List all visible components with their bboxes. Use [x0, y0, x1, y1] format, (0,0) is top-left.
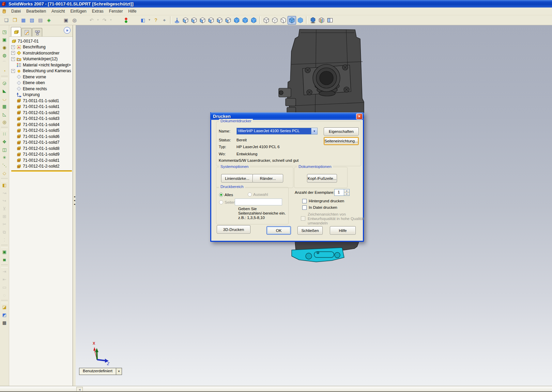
redo-menu-arrow-icon[interactable]: ▼	[109, 16, 113, 25]
expand-icon[interactable]: +	[11, 51, 15, 55]
realview-graphics-icon[interactable]	[317, 16, 326, 25]
edit-sheet-format-icon[interactable]: ▤	[36, 16, 45, 25]
tree-item-solid[interactable]: 71-0012-01-1-solid1	[9, 104, 73, 110]
appearance-icon[interactable]: ◧	[0, 181, 9, 189]
separator[interactable]	[1, 127, 8, 130]
mirror-icon[interactable]: ◫	[0, 146, 9, 154]
trimetric-view-icon[interactable]	[249, 16, 258, 25]
isometric-view-icon[interactable]	[232, 16, 241, 25]
tree-item-konstruktionsordner[interactable]: + Konstruktionsordner	[9, 50, 73, 56]
line-weight-button[interactable]: Linienstärke...	[221, 174, 253, 183]
undo-icon[interactable]: ↶	[87, 16, 96, 25]
tree-item-ebene-vorne[interactable]: Ebene vorne	[9, 74, 73, 80]
separator[interactable]	[1, 245, 8, 248]
print-to-file-checkbox[interactable]	[302, 205, 307, 210]
header-footer-button[interactable]: Kopf-/Fußzeile...	[307, 174, 337, 183]
mass-properties-icon[interactable]: ◪	[0, 303, 9, 311]
print-3d-button[interactable]: 3D-Drucken	[217, 225, 250, 234]
tree-item-solid[interactable]: 71-0012-01-1-solid3	[9, 116, 73, 122]
tab-propertymanager[interactable]	[21, 28, 32, 36]
spinner-down-icon[interactable]: ▼	[344, 193, 349, 196]
separator[interactable]	[1, 76, 8, 79]
save-icon[interactable]: ▦	[19, 16, 28, 25]
range-all-radio[interactable]	[219, 193, 223, 197]
options-grid-icon[interactable]: ▩	[0, 319, 9, 327]
expand-icon[interactable]: +	[11, 45, 15, 49]
view-selector-dropdown-icon[interactable]: ▼	[116, 368, 122, 375]
solid-body-display-icon[interactable]: ▣	[0, 248, 9, 256]
redo-icon[interactable]: ↷	[100, 16, 109, 25]
draft-icon[interactable]: ◺	[0, 110, 9, 118]
front-view-icon[interactable]	[181, 16, 190, 25]
menu-item[interactable]: Extras	[89, 8, 106, 15]
offset-entities-icon[interactable]: ⊞	[0, 213, 9, 220]
separator[interactable]	[79, 16, 87, 25]
shaded-display-icon[interactable]	[296, 16, 305, 25]
sketch-icon[interactable]: ↪	[0, 197, 9, 205]
close-icon[interactable]: ✕	[356, 113, 363, 120]
tree-item-volumenkoerper[interactable]: + Volumenkörper(12)	[9, 56, 73, 62]
spinner-up-icon[interactable]: ▲	[344, 189, 349, 193]
wireframe-display-icon[interactable]	[262, 16, 271, 25]
tab-configurationmanager[interactable]	[32, 28, 42, 36]
hidden-lines-visible-icon[interactable]	[271, 16, 279, 25]
top-view-icon[interactable]	[215, 16, 224, 25]
undo-menu-arrow-icon[interactable]: ▼	[96, 16, 100, 25]
rollback-bar[interactable]	[11, 170, 72, 172]
task-pane-arrow-icon[interactable]: ▼	[147, 16, 152, 25]
expand-icon[interactable]: +	[11, 57, 15, 61]
close-button[interactable]: Schließen	[297, 226, 323, 235]
save-as-icon[interactable]: ▧	[28, 16, 36, 25]
viewport-panes-icon[interactable]	[326, 16, 334, 25]
separator[interactable]	[53, 16, 62, 25]
splitter-grip-icon[interactable]: ◄ ◄ ◄	[73, 195, 76, 205]
margins-button[interactable]: Ränder...	[252, 174, 283, 183]
help-button[interactable]: Hilfe	[330, 226, 356, 235]
print-icon[interactable]: ▣	[62, 16, 70, 25]
range-pages-radio[interactable]	[219, 200, 223, 204]
reference-point-icon[interactable]: ✳	[0, 154, 9, 161]
page-setup-button[interactable]: Seiteneinrichtung...	[324, 137, 359, 145]
simplify-icon[interactable]: ▭	[0, 283, 9, 291]
extruded-cut-icon[interactable]: ▣	[0, 36, 9, 44]
separator[interactable]	[130, 16, 139, 25]
separator[interactable]	[1, 178, 8, 181]
new-document-icon[interactable]: ❏	[2, 16, 11, 25]
tree-item-solid[interactable]: 71-0012-01-1-solid6	[9, 134, 73, 140]
circular-pattern-icon[interactable]: ✥	[0, 138, 9, 146]
delete-face-icon[interactable]: ⇤	[0, 276, 9, 283]
check-icon[interactable]: ◌	[0, 291, 9, 299]
open-icon[interactable]: ❒	[11, 16, 19, 25]
tree-item-ursprung[interactable]: Ursprung	[9, 92, 73, 98]
panel-overflow-chevron[interactable]: »	[64, 27, 71, 34]
menu-item[interactable]: Bearbeiten	[24, 8, 49, 15]
revolved-boss-icon[interactable]: ◉	[0, 44, 9, 51]
tree-item-root[interactable]: 71-0017-01	[9, 38, 73, 44]
print-preview-icon[interactable]: ◎	[70, 16, 79, 25]
bottom-view-icon[interactable]	[224, 16, 232, 25]
chamfer-icon[interactable]: ◣	[0, 87, 9, 95]
sketch-pattern-icon[interactable]: ⁚	[0, 236, 9, 244]
hidden-lines-removed-icon[interactable]	[279, 16, 288, 25]
separator[interactable]	[113, 16, 122, 25]
pack-and-go-icon[interactable]: ◈	[45, 16, 53, 25]
move-face-icon[interactable]: ⇥	[0, 268, 9, 276]
right-view-icon[interactable]	[207, 16, 215, 25]
swept-boss-icon[interactable]: ⌒	[0, 59, 9, 67]
separator[interactable]	[1, 300, 8, 303]
printer-name-combo[interactable]: \\filer\HP LaserJet 4100 Series PCL ▼	[236, 128, 318, 135]
tree-item-solid[interactable]: 71-0011-01-1-solid1	[9, 98, 73, 104]
rib-icon[interactable]: ▦	[0, 103, 9, 110]
tree-item-solid[interactable]: 71-0012-01-1-solid4	[9, 122, 73, 128]
dimetric-view-icon[interactable]	[241, 16, 249, 25]
menu-item[interactable]: Datei	[9, 8, 24, 15]
lofted-boss-icon[interactable]: ◔	[0, 67, 9, 75]
tree-item-solid[interactable]: 71-0012-01-1-solid8	[9, 145, 73, 152]
extruded-boss-icon[interactable]: ◳	[0, 28, 9, 36]
section-display-icon[interactable]: ◙	[0, 256, 9, 264]
shell-icon[interactable]: ◡	[0, 95, 9, 103]
menu-item[interactable]: Einfügen	[67, 8, 89, 15]
left-view-icon[interactable]	[198, 16, 207, 25]
tree-item-beschriftung[interactable]: + Beschriftung	[9, 44, 73, 50]
reference-plane-icon[interactable]: ◇	[0, 169, 9, 177]
